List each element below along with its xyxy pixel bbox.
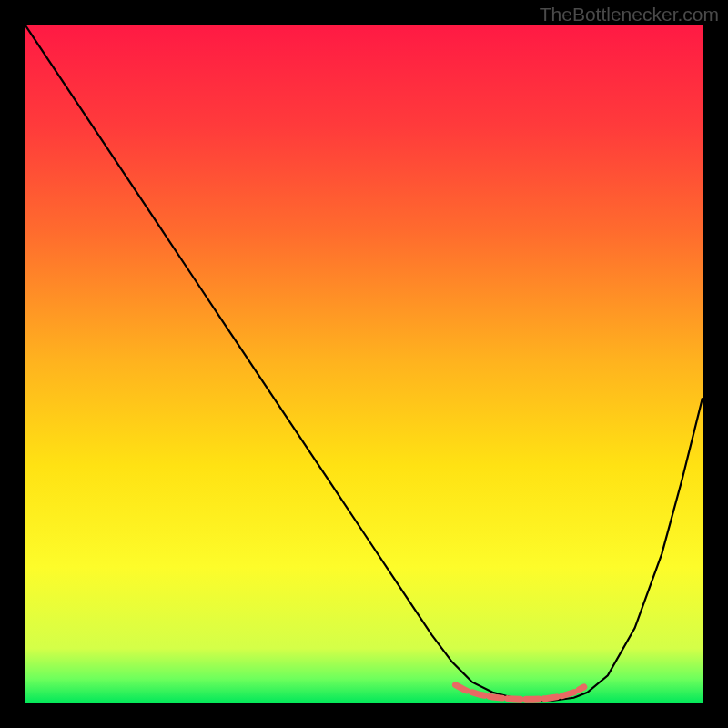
gradient-background	[25, 25, 703, 703]
bottleneck-chart	[25, 25, 703, 703]
chart-plot-area	[25, 25, 703, 703]
watermark-text: TheBottlenecker.com	[540, 4, 719, 25]
